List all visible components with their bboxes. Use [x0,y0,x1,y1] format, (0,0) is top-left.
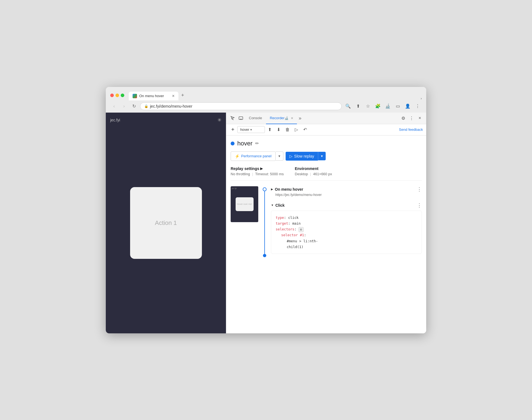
sidebar-icon[interactable]: ▭ [394,102,402,110]
selected-recording-name: hover [240,127,249,132]
add-recording-button[interactable]: + [230,126,236,133]
action-card[interactable]: Action 1 [130,187,202,259]
recorder-toolbar: + hover ▾ ⬆ ⬇ 🗑 ▷ ↶ Send feedback [226,124,426,135]
slow-replay-dropdown-button[interactable]: ▾ [318,152,326,160]
selector-num-key: selector #1 [281,233,304,237]
export-recording-icon[interactable]: ⬆ [266,126,274,134]
close-devtools-icon[interactable]: × [416,114,424,122]
play-icon: ▷ [289,154,293,158]
close-button[interactable] [110,94,114,97]
timeline-top-node [263,187,267,191]
tab-title: On menu hover [139,94,164,98]
code-line-target: target: main [276,220,417,226]
console-tab-label: Console [249,116,262,120]
code-line-selector-val1: #menu > li:nth- [276,238,417,244]
recording-status-dot [231,142,235,145]
steps-timeline [263,186,267,257]
import-recording-icon[interactable]: ⬇ [275,126,283,134]
share-icon[interactable]: ⬆ [354,102,362,110]
step2-more-icon[interactable]: ⋮ [417,202,422,208]
environment-values: Desktop | 461×660 px [295,172,332,176]
url-text: jec.fyi/demo/menu-hover [150,104,338,108]
screenshot-mini-card: Hover over me! [236,197,254,211]
replay-settings-values: No throttling | Timeout: 5000 ms [231,172,284,176]
bookmark-icon[interactable]: ☆ [364,102,372,110]
edit-recording-name-icon[interactable]: ✏ [255,141,259,146]
url-input[interactable]: 🔒 jec.fyi/demo/menu-hover [140,102,342,110]
device-value: Desktop [295,172,308,176]
steps-section: Hover over me! jec.fyi [231,186,422,257]
step1-more-icon[interactable]: ⋮ [417,186,422,192]
recorder-tab-label: Recorder [270,116,285,120]
tab-more-button[interactable]: › [421,96,422,100]
replay-settings-arrow-icon: ▶ [260,167,263,171]
new-tab-button[interactable]: + [179,90,186,100]
recorder-tab-close-icon[interactable]: × [291,116,293,120]
replay-settings-group: Replay settings ▶ No throttling | Timeou… [231,166,284,176]
back-button[interactable]: ‹ [110,102,118,110]
minimize-button[interactable] [115,94,119,97]
steps-content: ▶ On menu hover ⋮ https://jec.fyi/demo/m… [271,186,422,257]
step1-expand-icon[interactable]: ▶ [271,188,273,191]
browser-actions: 🔍 ⬆ ☆ 🧩 🔬 ▭ 👤 ⋮ [344,102,422,110]
selector-value-line1: #menu > li:nth- [287,239,318,243]
code-line-type: type: click [276,215,417,220]
performance-panel-icon: ⚡ [235,154,239,158]
theme-toggle-icon[interactable]: ✳ [217,117,222,123]
play-recording-icon[interactable]: ▷ [293,126,300,134]
step1-url: https://jec.fyi/demo/menu-hover [275,193,422,197]
undo-recording-icon[interactable]: ↶ [301,126,309,134]
replay-settings-title[interactable]: Replay settings ▶ [231,166,284,171]
recording-title-row: hover ✏ [231,140,422,147]
resolution-value: 461×660 px [313,172,332,176]
title-bar-top: On menu hover × + › [110,90,422,100]
performance-panel-dropdown-button[interactable]: ▾ [276,151,283,161]
timeline-bottom-node [263,254,266,257]
code-block: type: click target: main selectors: ⊡ se… [271,211,422,254]
recording-selector[interactable]: hover ▾ [237,126,265,133]
send-feedback-link[interactable]: Send feedback [399,127,423,132]
site-logo: jec.fyi [110,118,120,122]
settings-divider: | [252,172,254,176]
search-icon[interactable]: 🔍 [344,102,352,110]
selector-type-icon[interactable]: ⊡ [299,227,304,232]
environment-title: Environment [295,166,332,171]
more-options-icon[interactable]: ⋮ [407,114,416,122]
webpage-header: jec.fyi ✳ [110,117,222,123]
tab-console[interactable]: Console [245,113,266,124]
environment-group: Environment Desktop | 461×660 px [295,166,332,176]
screenshot-preview: Hover over me! [231,186,258,222]
traffic-lights [110,94,124,97]
target-key: target [276,221,288,225]
performance-panel-button[interactable]: ⚡ Performance panel [231,151,276,161]
selectors-key: selectors [276,227,294,231]
settings-section: Replay settings ▶ No throttling | Timeou… [231,166,422,181]
security-lock-icon: 🔒 [144,104,148,108]
forward-button[interactable]: › [120,102,128,110]
webpage-panel: jec.fyi ✳ Action 1 [106,113,226,333]
settings-gear-icon[interactable]: ⚙ [399,114,407,122]
tab-close-button[interactable]: × [172,94,175,98]
environment-label: Environment [295,166,318,171]
timeout-value: Timeout: 5000 ms [255,172,284,176]
selector-value-line2: child(1) [287,245,303,249]
active-tab[interactable]: On menu hover × [129,92,178,100]
slow-replay-button[interactable]: ▷ Slow replay [286,152,318,161]
reload-button[interactable]: ↻ [130,102,138,110]
menu-icon[interactable]: ⋮ [414,102,422,110]
maximize-button[interactable] [121,94,124,97]
devtools-extension-icon[interactable]: 🔬 [384,102,392,110]
inspect-element-icon[interactable] [228,114,237,122]
step2-expand-icon[interactable]: ▼ [271,204,274,207]
address-bar: ‹ › ↻ 🔒 jec.fyi/demo/menu-hover 🔍 ⬆ ☆ 🧩 … [106,100,426,113]
screenshot-url-label: jec.fyi [232,187,237,189]
extension-icon[interactable]: 🧩 [374,102,382,110]
target-value: main [292,221,301,225]
tab-recorder[interactable]: Recorder 🔬 × [266,113,297,124]
code-line-selectors: selectors: ⊡ [276,226,417,232]
more-tabs-icon[interactable]: » [297,114,303,122]
throttling-value: No throttling [231,172,250,176]
delete-recording-icon[interactable]: 🗑 [284,126,291,134]
profile-icon[interactable]: 👤 [404,102,412,110]
device-toolbar-icon[interactable] [237,114,245,122]
